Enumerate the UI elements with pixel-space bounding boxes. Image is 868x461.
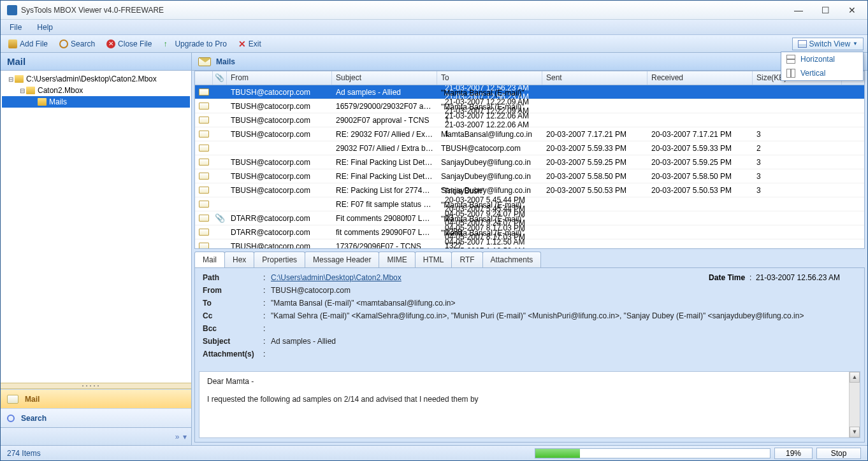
vertical-icon — [786, 69, 795, 78]
menu-file[interactable]: File — [10, 23, 22, 32]
folder-tree: ⊟ C:\Users\admin\Desktop\Caton2.Mbox ⊟ C… — [1, 71, 191, 383]
tab-attachments[interactable]: Attachments — [482, 252, 542, 267]
table-row[interactable]: TBUSH@catocorp.comRE: Final Packing List… — [195, 155, 864, 169]
switch-view-button[interactable]: Switch View ▼ — [792, 38, 864, 50]
table-row[interactable]: TBUSH@catocorp.com29002F07 approval - TC… — [195, 113, 864, 127]
close-file-icon: ✕ — [106, 39, 115, 48]
menu-help[interactable]: Help — [37, 23, 53, 32]
chevron-down-icon: ▼ — [853, 41, 858, 46]
col-icon[interactable] — [195, 71, 213, 85]
mails-header-label: Mails — [216, 57, 235, 66]
value-path[interactable]: C:\Users\admin\Desktop\Caton2.Mbox — [271, 273, 401, 282]
cell-received: 20-03-2007 5.58.50 PM — [647, 172, 753, 181]
value-from: TBUSH@catocorp.com — [271, 286, 857, 295]
tab-properties[interactable]: Properties — [254, 252, 305, 267]
cell-sent: 20-03-2007 5.58.50 PM — [542, 172, 647, 181]
mail-row-icon — [199, 187, 209, 194]
cell-from: TBUSH@catocorp.com — [227, 172, 332, 181]
tree-collapse-icon[interactable]: ⊟ — [7, 76, 15, 83]
scroll-down-icon[interactable]: ▼ — [850, 427, 860, 437]
upgrade-button[interactable]: ↑Upgrade to Pro — [159, 38, 230, 50]
label-bcc: Bcc — [203, 324, 263, 333]
minimize-button[interactable]: — — [791, 5, 806, 15]
col-sent[interactable]: Sent — [542, 71, 647, 85]
tree-leaf-mails[interactable]: Mails — [2, 96, 190, 108]
value-bcc — [271, 324, 857, 333]
cell-from: TBUSH@catocorp.com — [227, 102, 332, 111]
attachment-icon: 📎 — [215, 73, 224, 83]
mail-row-icon — [199, 201, 209, 208]
maximize-button[interactable]: ☐ — [818, 5, 833, 15]
table-row[interactable]: TBUSH@catocorp.comRE: 29032 F07/ Allied … — [195, 127, 864, 141]
tree-child[interactable]: ⊟ Caton2.Mbox — [2, 85, 190, 96]
left-panel: Mail ⊟ C:\Users\admin\Desktop\Caton2.Mbo… — [1, 53, 192, 445]
mail-icon — [7, 395, 18, 404]
label-to: To — [203, 299, 263, 308]
cell-sent: 20-03-2007 7.17.21 PM — [542, 130, 647, 139]
mail-row-icon — [199, 215, 209, 222]
details-header: Path: C:\Users\admin\Desktop\Caton2.Mbox… — [195, 268, 864, 367]
app-window: SysTools MBOX Viewer v4.0-FREEWARE — ☐ ✕… — [0, 0, 868, 461]
message-body[interactable]: Dear Mamta - I requested the following a… — [199, 371, 860, 438]
col-subject[interactable]: Subject — [332, 71, 437, 85]
body-scrollbar[interactable]: ▲ ▼ — [849, 372, 860, 437]
switch-view-horizontal[interactable]: Horizontal — [781, 52, 863, 66]
tree-collapse-icon[interactable]: ⊟ — [18, 87, 26, 94]
tab-mime[interactable]: MIME — [379, 252, 415, 267]
cell-received: 04-05-2007 1.12.50 AM — [441, 246, 542, 249]
cell-received: 20-03-2007 5.59.33 PM — [647, 144, 753, 153]
cell-to: TBUSH@catocorp.com — [437, 144, 542, 153]
tab-mail[interactable]: Mail — [194, 252, 225, 267]
cell-subject: Ad samples - Allied — [332, 88, 437, 97]
mail-row-icon — [199, 159, 209, 166]
tab-message-header[interactable]: Message Header — [305, 252, 379, 267]
exit-button[interactable]: ✕Exit — [235, 38, 265, 50]
mail-row-icon — [199, 89, 209, 96]
cell-to: SanjayDubey@lifung.co.in — [437, 172, 542, 181]
grid-body[interactable]: TBUSH@catocorp.comAd samples - Allied"Ma… — [195, 85, 864, 248]
tab-rtf[interactable]: RTF — [451, 252, 482, 267]
col-from[interactable]: From — [227, 71, 332, 85]
mails-header-icon — [198, 57, 211, 66]
details-pane: Path: C:\Users\admin\Desktop\Caton2.Mbox… — [194, 267, 865, 443]
cell-subject: 29002F07 approval - TCNS — [332, 116, 437, 125]
table-row[interactable]: TBUSH@catocorp.comRE: Final Packing List… — [195, 169, 864, 183]
footer-menu-icon[interactable]: ▾ — [182, 432, 187, 441]
cell-received: 20-03-2007 5.50.53 PM — [647, 186, 753, 195]
table-row[interactable]: 29032 F07/ Allied / Extra butt...TBUSH@c… — [195, 141, 864, 155]
detail-tabs: MailHexPropertiesMessage HeaderMIMEHTMLR… — [194, 252, 865, 267]
cell-subject: 29032 F07/ Allied / Extra butt... — [332, 144, 437, 153]
col-attachment[interactable]: 📎 — [213, 71, 227, 85]
col-to[interactable]: To — [437, 71, 542, 85]
switch-view-vertical[interactable]: Vertical — [781, 66, 863, 80]
cell-to: "Mamta Bansal (E-mail)" 04-05-2007 1.12.… — [437, 229, 542, 249]
stop-button[interactable]: Stop — [816, 448, 861, 459]
col-received[interactable]: Received — [647, 71, 753, 85]
folder-icon — [15, 75, 24, 83]
value-datetime: 21-03-2007 12.56.23 AM — [756, 273, 840, 282]
window-title: SysTools MBOX Viewer v4.0-FREEWARE — [21, 6, 791, 15]
table-row[interactable]: TBUSH@catocorp.com17376/29096F07 - TCNS"… — [195, 239, 864, 248]
mail-row-icon — [199, 103, 209, 110]
add-file-button[interactable]: Add File — [4, 38, 52, 50]
tree-root[interactable]: ⊟ C:\Users\admin\Desktop\Caton2.Mbox — [2, 73, 190, 85]
nav-mail[interactable]: Mail — [1, 389, 191, 408]
close-button[interactable]: ✕ — [844, 5, 860, 15]
progress-percent: 19% — [774, 448, 813, 459]
close-file-button[interactable]: ✕Close File — [103, 38, 156, 50]
tab-hex[interactable]: Hex — [224, 252, 254, 267]
mail-row-icon — [199, 131, 209, 138]
tab-html[interactable]: HTML — [415, 252, 452, 267]
scroll-up-icon[interactable]: ▲ — [850, 372, 860, 383]
exit-icon: ✕ — [238, 39, 246, 49]
cell-subject: RE: Final Packing List Detail f... — [332, 172, 437, 181]
left-splitter[interactable] — [1, 383, 191, 389]
body-line: Dear Mamta - — [207, 377, 852, 386]
cell-subject: fit comments 29090F07 Lovec... — [332, 228, 437, 237]
footer-chevron-icon[interactable]: » — [175, 432, 180, 441]
label-attachments: Attachment(s) — [203, 350, 263, 358]
search-button[interactable]: Search — [55, 38, 99, 50]
cell-from: DTARR@catocorp.com — [227, 228, 332, 237]
mail-row-icon — [199, 229, 209, 236]
nav-search[interactable]: Search — [1, 408, 191, 427]
